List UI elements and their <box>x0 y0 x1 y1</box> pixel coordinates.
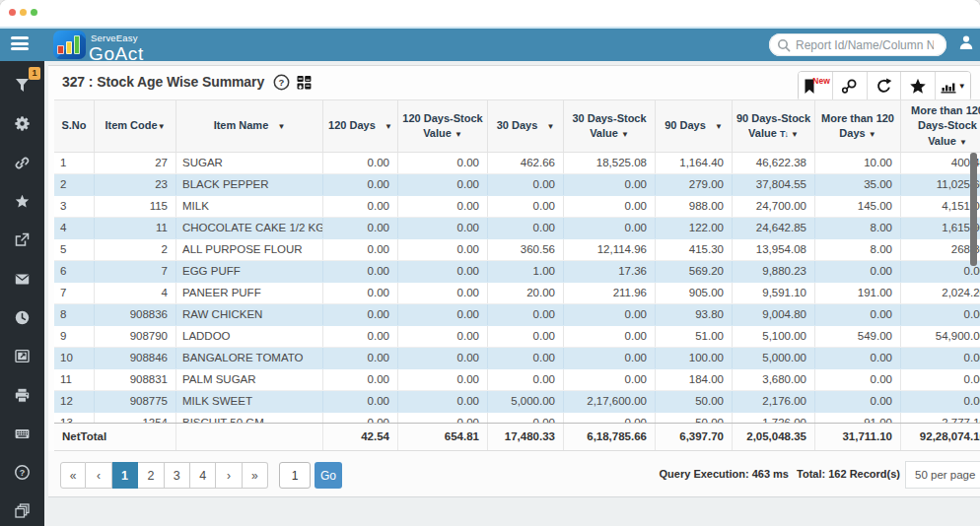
previous-page-button[interactable]: ‹ <box>86 462 111 489</box>
goto-page-input[interactable] <box>279 462 311 489</box>
table-row: 52ALL PURPOSE FLOUR0.000.00360.5612,114.… <box>54 239 980 261</box>
go-button[interactable]: Go <box>315 462 342 489</box>
table-cell: 122.00 <box>656 218 733 238</box>
help-circle-icon[interactable]: ? <box>273 74 290 91</box>
table-cell: 0.00 <box>398 326 488 347</box>
chart-type-button[interactable]: ▼ <box>936 72 970 100</box>
settings-gear-icon <box>15 116 30 131</box>
table-cell: EGG PUFF <box>176 261 323 282</box>
table-cell: 184.00 <box>656 369 733 390</box>
table-cell: 569.20 <box>656 261 733 282</box>
table-cell: 0.00 <box>398 218 488 238</box>
table-header-row: S.NoItem Code▼Item Name ▼120 Days ▼120 D… <box>54 99 980 153</box>
minimize-window-icon[interactable] <box>20 9 27 16</box>
table-cell: 10 <box>54 348 95 368</box>
column-header-90-days[interactable]: 90 Days ▼ <box>656 100 733 152</box>
column-header-more-than-120-days[interactable]: More than 120 Days ▼ <box>815 100 901 152</box>
browser-window: ServeEasy GoAct 1? 327 : St <box>0 0 980 526</box>
table-cell: 908836 <box>95 304 176 325</box>
share-nodes-button[interactable] <box>833 72 868 100</box>
report-grid-icon[interactable] <box>297 75 312 90</box>
table-cell: 905.00 <box>656 283 733 303</box>
table-cell: 0.00 <box>323 218 398 238</box>
net-total-cell: 6,18,785.66 <box>564 424 656 450</box>
table-cell: 0.00 <box>564 218 656 238</box>
table-cell: 0.00 <box>564 348 656 368</box>
sidebar-item-keyboard[interactable] <box>0 415 44 453</box>
table-row: 9908790LADDOO0.000.000.000.0051.005,100.… <box>54 326 980 348</box>
logo-chart-icon <box>53 31 86 59</box>
sidebar-item-image-export[interactable] <box>0 337 44 375</box>
table-cell: 13,954.08 <box>733 239 815 260</box>
sidebar-item-printer[interactable] <box>0 375 44 414</box>
sidebar-item-star[interactable] <box>0 182 44 221</box>
column-header-item-code[interactable]: Item Code▼ <box>95 100 176 152</box>
table-cell: 0.00 <box>564 174 656 195</box>
table-cell: RAW CHICKEN <box>176 304 323 325</box>
first-page-button[interactable]: « <box>60 462 86 489</box>
column-header-90-days-stock-value[interactable]: 90 Days-Stock Value T↓ ▼ <box>733 100 815 152</box>
table-cell: 0.00 <box>398 174 488 195</box>
table-row: 12908775MILK SWEET0.000.005,000.002,17,6… <box>54 391 980 413</box>
favorite-button[interactable] <box>901 72 936 100</box>
table-cell: 0.00 <box>564 326 656 347</box>
page-button-1[interactable]: 1 <box>112 462 138 489</box>
sidebar-item-settings-gear[interactable] <box>0 104 44 143</box>
table-cell: 0.00 <box>901 348 980 368</box>
table-cell: 1.00 <box>488 261 564 282</box>
table-cell: 11,025.60 <box>901 174 980 195</box>
table-cell: 0.00 <box>815 369 901 390</box>
sidebar-item-filter[interactable]: 1 <box>0 66 44 104</box>
table-cell: 50.00 <box>656 413 733 423</box>
chevron-down-icon: ▼ <box>958 82 966 91</box>
last-page-button[interactable]: » <box>243 462 268 489</box>
net-total-empty-cell <box>176 424 323 450</box>
net-total-cell: 92,28,074.16 <box>901 424 980 450</box>
page-button-4[interactable]: 4 <box>190 462 216 489</box>
column-header-30-days[interactable]: 30 Days ▼ <box>488 100 564 152</box>
hamburger-menu-icon[interactable] <box>11 36 29 53</box>
search-input[interactable] <box>796 38 934 52</box>
table-cell: 0.00 <box>564 413 656 423</box>
vertical-scrollbar-thumb[interactable] <box>970 153 977 266</box>
zoom-window-icon[interactable] <box>31 9 37 16</box>
page-button-2[interactable]: 2 <box>138 462 164 489</box>
column-header-more-than-120-days-stock-value[interactable]: More than 120 Days-Stock Value ▼ <box>901 100 980 152</box>
table-row: 74PANEER PUFF0.000.0020.00211.96905.009,… <box>54 283 980 304</box>
brand-name-bottom: GoAct <box>89 44 144 63</box>
sidebar-item-help[interactable]: ? <box>0 453 44 492</box>
table-cell: 1,726.00 <box>733 413 815 423</box>
sidebar-item-mail-envelope[interactable] <box>0 259 44 297</box>
table-cell: CHOCOLATE CAKE 1/2 KG <box>176 218 323 238</box>
next-page-button[interactable]: › <box>216 462 242 489</box>
refresh-button[interactable] <box>868 72 902 100</box>
sidebar-item-copy-stack[interactable] <box>0 492 44 526</box>
column-header-30-days-stock-value[interactable]: 30 Days-Stock Value ▼ <box>564 100 656 152</box>
table-cell: 0.00 <box>488 369 564 390</box>
table-cell: 100.00 <box>656 348 733 368</box>
pager: «‹1234›» <box>60 462 268 489</box>
user-icon[interactable] <box>958 34 974 50</box>
table-cell: ALL PURPOSE FLOUR <box>176 239 323 260</box>
bookmark-new-button[interactable]: New <box>799 72 833 100</box>
column-header-s-no[interactable]: S.No <box>54 100 95 152</box>
column-header-120-days[interactable]: 120 Days ▼ <box>323 100 398 152</box>
app-logo: ServeEasy GoAct <box>53 31 144 63</box>
column-header-120-days-stock-value[interactable]: 120 Days-Stock Value ▼ <box>398 100 488 152</box>
table-cell: 0.00 <box>488 218 564 238</box>
table-cell: 0.00 <box>323 391 398 412</box>
table-cell: 93.80 <box>656 304 733 325</box>
sidebar-item-clock-history[interactable] <box>0 298 44 337</box>
page-button-3[interactable]: 3 <box>165 462 190 489</box>
filter-icon <box>15 78 30 93</box>
net-total-cell: 654.81 <box>398 424 488 450</box>
close-window-icon[interactable] <box>9 9 16 16</box>
column-header-item-name[interactable]: Item Name ▼ <box>176 100 323 152</box>
sidebar-item-link[interactable] <box>0 144 44 182</box>
net-total-row: NetTotal42.54654.8117,480.336,18,785.666… <box>54 423 980 451</box>
table-cell: 1,615.90 <box>901 218 980 238</box>
table-cell: 0.00 <box>488 326 564 347</box>
per-page-select[interactable]: 50 per page <box>905 461 980 489</box>
sidebar-item-share-export[interactable] <box>0 221 44 259</box>
table-cell: 37,804.55 <box>733 174 815 195</box>
